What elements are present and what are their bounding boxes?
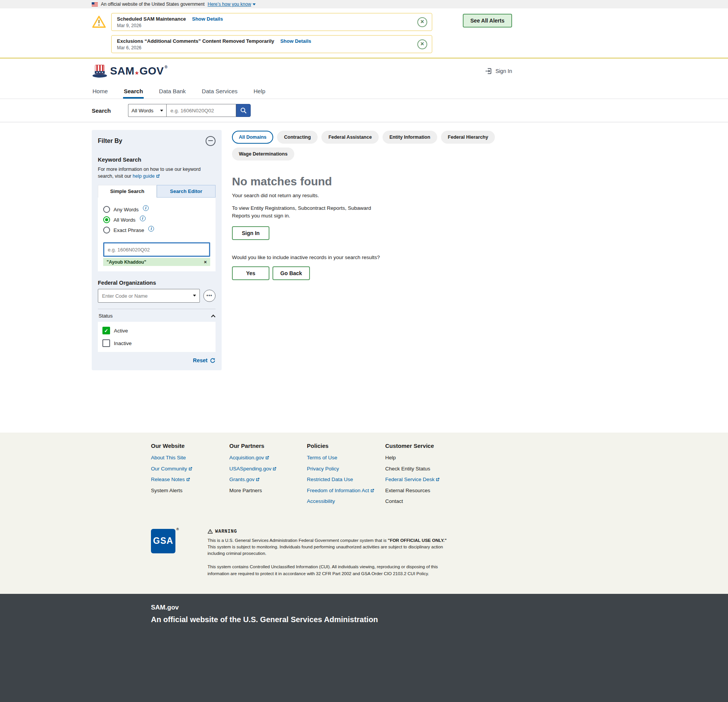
radio-circle bbox=[103, 227, 110, 233]
footer-link-check-entity-status[interactable]: Check Entity Status bbox=[385, 466, 464, 472]
search-submit-button[interactable] bbox=[236, 104, 251, 117]
footer-link-system-alerts[interactable]: System Alerts bbox=[151, 488, 229, 493]
radio-any-words[interactable]: Any Words bbox=[103, 206, 210, 213]
alert-date: Mar 6, 2026 bbox=[117, 45, 417, 50]
sign-in-label: Sign In bbox=[495, 68, 512, 74]
sam-gov-logo[interactable]: SAMGOV® bbox=[92, 64, 168, 78]
gov-banner-how-link[interactable]: Here’s how you know bbox=[208, 2, 256, 7]
footer-link-privacy-policy[interactable]: Privacy Policy bbox=[307, 466, 385, 472]
domain-pills: All Domains Contracting Federal Assistan… bbox=[232, 131, 512, 161]
alert-show-details-link[interactable]: Show Details bbox=[280, 38, 311, 44]
footer-link-our-community[interactable]: Our Community bbox=[151, 466, 229, 472]
pill-entity-information[interactable]: Entity Information bbox=[383, 131, 437, 144]
info-icon[interactable] bbox=[148, 226, 154, 232]
footer-link-accessibility[interactable]: Accessibility bbox=[307, 499, 385, 504]
yes-button[interactable]: Yes bbox=[232, 266, 269, 280]
sign-in-icon bbox=[485, 67, 492, 75]
status-heading: Status bbox=[99, 313, 113, 319]
radio-label: Any Words bbox=[113, 207, 139, 212]
gsa-registered-mark: ® bbox=[176, 527, 179, 531]
alert-close-icon[interactable] bbox=[417, 17, 427, 27]
keyword-chip: "Ayoub Khaddou" bbox=[103, 258, 210, 266]
footer-heading: Customer Service bbox=[385, 443, 464, 449]
nav-item-home[interactable]: Home bbox=[92, 83, 109, 99]
radio-label: All Words bbox=[113, 217, 136, 223]
nav-item-data-bank[interactable]: Data Bank bbox=[158, 83, 186, 99]
footer-link-help[interactable]: Help bbox=[385, 455, 464, 460]
footer-link-grants-gov[interactable]: Grants.gov bbox=[229, 477, 307, 482]
footer-heading: Policies bbox=[307, 443, 385, 449]
search-mode-value: All Words bbox=[131, 108, 154, 113]
footer-link-acquisition-gov[interactable]: Acquisition.gov bbox=[229, 455, 307, 460]
radio-circle bbox=[103, 206, 110, 213]
pill-contracting[interactable]: Contracting bbox=[277, 131, 318, 144]
pill-wage-determinations[interactable]: Wage Determinations bbox=[232, 148, 294, 161]
header-sign-in-link[interactable]: Sign In bbox=[485, 67, 512, 75]
search-icon bbox=[240, 107, 247, 114]
footer-link-release-notes[interactable]: Release Notes bbox=[151, 477, 229, 482]
inactive-records-question: Would you like to include inactive recor… bbox=[232, 255, 512, 260]
alert-show-details-link[interactable]: Show Details bbox=[192, 16, 223, 22]
radio-all-words[interactable]: All Words bbox=[103, 216, 210, 223]
footer-link-external-resources[interactable]: External Resources bbox=[385, 488, 464, 493]
federal-org-input[interactable] bbox=[98, 289, 200, 303]
federal-org-more-icon[interactable] bbox=[203, 290, 216, 302]
status-section-header[interactable]: Status bbox=[98, 309, 216, 322]
nav-item-help[interactable]: Help bbox=[253, 83, 266, 99]
info-icon[interactable] bbox=[140, 216, 146, 221]
pill-federal-assistance[interactable]: Federal Assistance bbox=[321, 131, 378, 144]
tab-simple-search[interactable]: Simple Search bbox=[98, 185, 157, 198]
info-icon[interactable] bbox=[143, 205, 149, 211]
no-matches-title: No matches found bbox=[232, 175, 512, 188]
reset-filters-link[interactable]: Reset bbox=[193, 357, 208, 363]
reset-icon[interactable] bbox=[210, 358, 216, 363]
keyword-tabs: Simple Search Search Editor bbox=[98, 185, 216, 198]
footer-link-foia[interactable]: Freedom of Information Act bbox=[307, 488, 385, 493]
external-link-icon bbox=[370, 488, 375, 493]
search-label: Search bbox=[92, 107, 128, 114]
external-link-icon bbox=[256, 477, 260, 482]
checkbox-unchecked-icon bbox=[102, 339, 110, 347]
nav-item-data-services[interactable]: Data Services bbox=[201, 83, 238, 99]
footer-link-more-partners[interactable]: More Partners bbox=[229, 488, 307, 493]
collapse-filters-icon[interactable] bbox=[206, 136, 216, 146]
no-matches-subtitle: Your search did not return any results. bbox=[232, 193, 512, 198]
sign-in-button[interactable]: Sign In bbox=[232, 226, 269, 240]
footer-link-terms-of-use[interactable]: Terms of Use bbox=[307, 455, 385, 460]
pill-all-domains[interactable]: All Domains bbox=[232, 131, 273, 144]
chip-remove-icon[interactable] bbox=[204, 259, 207, 265]
footer-link-federal-service-desk[interactable]: Federal Service Desk bbox=[385, 477, 464, 482]
filter-by-title: Filter By bbox=[98, 138, 122, 144]
warning-triangle-icon bbox=[92, 15, 106, 28]
chip-label: "Ayoub Khaddou" bbox=[107, 259, 146, 265]
see-all-alerts-button[interactable]: See All Alerts bbox=[463, 14, 512, 28]
footer-link-usaspending-gov[interactable]: USASpending.gov bbox=[229, 466, 307, 472]
alert-close-icon[interactable] bbox=[417, 39, 427, 49]
footer-col-customer-service: Customer Service Help Check Entity Statu… bbox=[385, 443, 464, 510]
footer-link-about-this-site[interactable]: About This Site bbox=[151, 455, 229, 460]
keyword-search-input[interactable] bbox=[103, 242, 210, 257]
chevron-down-icon[interactable] bbox=[193, 295, 196, 297]
identifier-bar: SAM.gov An official website of the U.S. … bbox=[0, 594, 728, 702]
footer-link-restricted-data-use[interactable]: Restricted Data Use bbox=[307, 477, 385, 482]
go-back-button[interactable]: Go Back bbox=[272, 266, 310, 280]
identifier-title: SAM.gov bbox=[151, 604, 512, 611]
site-header: SAMGOV® Sign In bbox=[0, 58, 728, 83]
external-link-icon bbox=[188, 467, 193, 471]
search-mode-select[interactable]: All Words bbox=[128, 104, 166, 117]
pill-federal-hierarchy[interactable]: Federal Hierarchy bbox=[441, 131, 495, 144]
us-flag-icon bbox=[92, 2, 98, 6]
top-search-input[interactable] bbox=[166, 104, 236, 117]
brand-gov: GOV bbox=[139, 65, 164, 77]
brand-star-icon bbox=[135, 70, 139, 76]
help-guide-link[interactable]: help guide bbox=[133, 173, 160, 179]
gsa-logo: GSA ® bbox=[151, 529, 175, 553]
radio-exact-phrase[interactable]: Exact Phrase bbox=[103, 227, 210, 233]
footer-link-contact[interactable]: Contact bbox=[385, 499, 464, 504]
tab-search-editor[interactable]: Search Editor bbox=[157, 185, 216, 198]
checkbox-active[interactable]: Active bbox=[102, 327, 211, 334]
nav-item-search[interactable]: Search bbox=[123, 83, 144, 99]
uncle-sam-hat-icon bbox=[92, 64, 108, 78]
checkbox-inactive[interactable]: Inactive bbox=[102, 339, 211, 347]
warning-triangle-icon bbox=[208, 529, 213, 534]
